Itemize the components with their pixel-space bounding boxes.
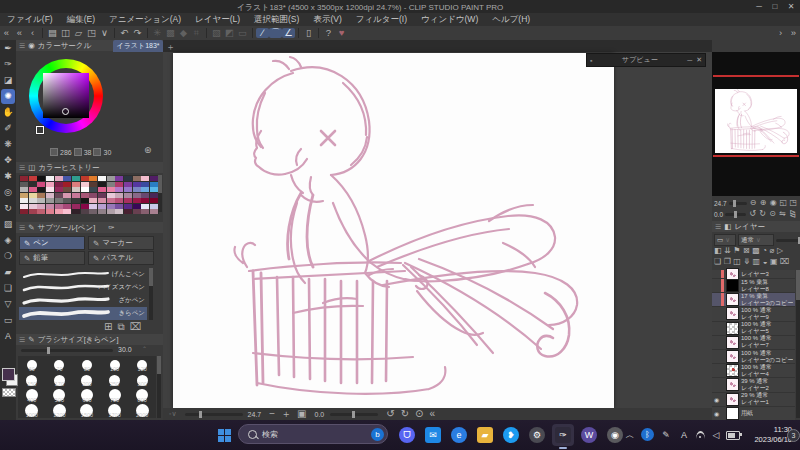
help-icon[interactable]: ?	[322, 28, 335, 38]
brush-size-cell[interactable]: 600	[73, 387, 101, 403]
hand-tool[interactable]: ✋	[1, 105, 15, 120]
support-heart-icon[interactable]: ♥	[335, 28, 348, 38]
color-swatch[interactable]	[72, 204, 80, 209]
color-swatch[interactable]	[55, 187, 63, 192]
minimize-button[interactable]: ─	[752, 1, 766, 12]
color-swatch[interactable]	[107, 187, 115, 192]
color-swatch[interactable]	[133, 182, 141, 187]
nav-rotate-right-icon[interactable]: ↻	[758, 210, 767, 218]
color-swatch[interactable]	[72, 187, 80, 192]
color-swatch[interactable]	[89, 182, 97, 187]
transparent-color-swatch[interactable]	[2, 388, 16, 397]
color-swatch[interactable]	[115, 193, 123, 198]
color-swatch[interactable]	[72, 193, 80, 198]
brush-size-slider[interactable]	[21, 349, 113, 352]
brush-size-cell[interactable]: 150	[18, 372, 46, 388]
brush-size-cell[interactable]: 400	[18, 387, 46, 403]
val-value[interactable]: 30	[103, 149, 111, 156]
color-swatch[interactable]	[133, 193, 141, 198]
layer-row[interactable]: ◉用紙	[712, 407, 795, 421]
nav-flip-h-icon[interactable]: ⇋	[778, 210, 787, 218]
rotate-view-tool[interactable]: ↻	[1, 201, 15, 216]
color-swatch[interactable]	[89, 198, 97, 203]
menu-item-0[interactable]: ファイル(F)	[0, 14, 60, 26]
layer-row[interactable]: 39 % 通常レイヤー2	[712, 378, 795, 392]
color-swatch[interactable]	[150, 187, 158, 192]
brush-item-2[interactable]: ざかペン	[19, 294, 147, 307]
layer-through-icon[interactable]: ◧	[714, 247, 722, 255]
color-swatch[interactable]	[98, 187, 106, 192]
layer-thumbnail[interactable]	[726, 322, 739, 335]
layer-visibility-icon[interactable]: ◉	[712, 410, 721, 417]
apply-mask-icon[interactable]: ▣	[770, 258, 778, 266]
color-swatch[interactable]	[150, 209, 158, 214]
blend-mode-select[interactable]: 通常∨	[738, 234, 774, 246]
color-swatch[interactable]	[46, 198, 54, 203]
layer-thumbnail[interactable]	[726, 293, 739, 306]
color-swatch[interactable]	[98, 204, 106, 209]
start-button[interactable]	[218, 429, 231, 442]
color-swatch[interactable]	[29, 204, 37, 209]
color-swatch[interactable]	[133, 187, 141, 192]
color-swatch[interactable]	[63, 176, 71, 181]
lock-layer-icon[interactable]: ⊠	[743, 247, 750, 255]
color-swatch[interactable]	[63, 204, 71, 209]
balloon-tool[interactable]: ❏	[1, 281, 15, 296]
layer-row[interactable]: 100 % 通常レイヤー5	[712, 322, 795, 336]
move-tool[interactable]: ✥	[1, 153, 15, 168]
eyedropper-tool[interactable]: ✐	[1, 121, 15, 136]
lock-alpha-icon[interactable]: ▩	[752, 247, 760, 255]
close-button[interactable]: ✕	[784, 1, 798, 12]
brush-tool[interactable]: ✑	[1, 57, 15, 72]
wand-tool[interactable]: ✱	[1, 169, 15, 184]
color-swatch[interactable]	[46, 187, 54, 192]
subtool-button-3[interactable]: ✎パステル	[88, 251, 154, 265]
status-tool-icon[interactable]: ◦∨	[169, 410, 177, 418]
menu-item-4[interactable]: 選択範囲(S)	[247, 14, 306, 26]
color-swatch[interactable]	[124, 193, 132, 198]
layer-row[interactable]: レイヤー3	[712, 270, 795, 279]
layer-thumbnail[interactable]	[726, 407, 739, 420]
color-swatch[interactable]	[72, 182, 80, 187]
menu-item-6[interactable]: フィルター(I)	[349, 14, 414, 26]
navigator-thumbnail[interactable]	[715, 89, 797, 153]
menu-item-7[interactable]: ウィンドウ(W)	[414, 14, 485, 26]
tablet-settings-icon[interactable]: ▯	[302, 28, 315, 38]
color-swatch[interactable]	[37, 176, 45, 181]
color-swatch[interactable]	[20, 182, 28, 187]
eraser-tool[interactable]: ◪	[1, 73, 15, 88]
color-swatch[interactable]	[89, 193, 97, 198]
brush-size-cell[interactable]: 100	[101, 356, 129, 372]
layer-row[interactable]: 100 % 通常レイヤー9	[712, 307, 795, 321]
fill-tool[interactable]: ◈	[1, 233, 15, 248]
layer-panel-header[interactable]: ☰ ◧ レイヤー	[712, 221, 800, 232]
color-swatch[interactable]	[115, 204, 123, 209]
layer-row[interactable]: 15 % 乗算レイヤー8	[712, 279, 795, 293]
color-swatch[interactable]	[55, 193, 63, 198]
delete-brush-icon[interactable]: ⌧	[130, 322, 142, 332]
gradient-tool[interactable]: ▨	[1, 217, 15, 232]
color-swatch[interactable]	[107, 209, 115, 214]
color-swatch[interactable]	[72, 209, 80, 214]
color-swatch[interactable]	[89, 187, 97, 192]
color-swatch[interactable]	[107, 182, 115, 187]
folder-icon[interactable]: ▰	[474, 424, 496, 446]
brush-size-cell[interactable]: 70	[46, 356, 74, 372]
nav-zoom-in-icon[interactable]: ⊕	[759, 199, 768, 207]
brush-size-cell[interactable]: 500	[46, 387, 74, 403]
color-swatch[interactable]	[29, 193, 37, 198]
layer-row[interactable]: 100 % 通常レイヤー4	[712, 364, 795, 378]
color-swatch[interactable]	[150, 193, 158, 198]
color-swatch[interactable]	[81, 176, 89, 181]
brush-size-cell[interactable]: 250	[101, 372, 129, 388]
navigator-viewport[interactable]	[712, 52, 800, 196]
snap-ruler-icon[interactable]: ∕	[256, 28, 269, 38]
menu-item-8[interactable]: ヘルプ(H)	[485, 14, 537, 26]
redo-icon[interactable]: ↷	[131, 28, 144, 38]
duplicate-brush-icon[interactable]: ⧉	[117, 322, 124, 332]
taskbar-clock[interactable]: 11:30 2023/06/16	[746, 425, 792, 445]
subview-panel[interactable]: ▪ サブビュー ─ ✕	[586, 53, 706, 67]
color-swatch[interactable]	[141, 209, 149, 214]
second-subtool-tab-icon[interactable]: ✑	[108, 223, 114, 232]
color-swatch[interactable]	[98, 198, 106, 203]
